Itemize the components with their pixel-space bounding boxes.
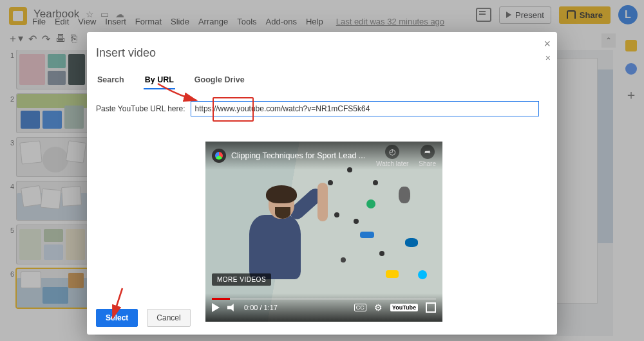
volume-icon[interactable] bbox=[227, 304, 236, 311]
video-time: 0:00 / 1:17 bbox=[244, 304, 278, 311]
youtube-logo[interactable]: YouTube bbox=[390, 304, 418, 311]
share-icon: ➦ bbox=[421, 145, 435, 159]
video-topbar: Clipping Techniques for Sport Lead ... ◴… bbox=[205, 142, 442, 170]
youtube-url-input[interactable] bbox=[191, 101, 539, 116]
dialog-tabs: Search By URL Google Drive bbox=[96, 71, 557, 88]
tab-by-url[interactable]: By URL bbox=[144, 71, 175, 88]
select-button[interactable]: Select bbox=[96, 309, 138, 327]
dialog-title: Insert video bbox=[96, 46, 557, 60]
share-video-button[interactable]: ➦Share bbox=[419, 145, 436, 167]
url-label: Paste YouTube URL here: bbox=[96, 104, 185, 113]
more-videos-pill[interactable]: MORE VIDEOS bbox=[212, 273, 271, 286]
close-icon[interactable]: × bbox=[544, 37, 551, 51]
cancel-button[interactable]: Cancel bbox=[147, 309, 190, 327]
clock-icon: ◴ bbox=[385, 145, 399, 159]
url-row: Paste YouTube URL here: bbox=[96, 101, 557, 116]
play-icon[interactable] bbox=[212, 303, 220, 312]
channel-avatar-icon[interactable] bbox=[212, 149, 226, 163]
settings-icon[interactable]: ⚙ bbox=[374, 302, 383, 313]
video-preview[interactable]: Clipping Techniques for Sport Lead ... ◴… bbox=[205, 142, 442, 322]
fullscreen-icon[interactable] bbox=[426, 302, 436, 313]
watch-later-button[interactable]: ◴Watch later bbox=[376, 145, 408, 167]
close-icon-inner[interactable]: × bbox=[545, 53, 551, 63]
tab-search[interactable]: Search bbox=[96, 71, 126, 88]
video-title[interactable]: Clipping Techniques for Sport Lead ... bbox=[231, 151, 376, 160]
video-controls: 0:00 / 1:17 CC ⚙ YouTube bbox=[205, 293, 442, 322]
dialog-footer: Select Cancel bbox=[96, 309, 191, 327]
watch-later-label: Watch later bbox=[376, 160, 408, 167]
captions-button[interactable]: CC bbox=[354, 304, 366, 311]
share-video-label: Share bbox=[419, 160, 436, 167]
tab-google-drive[interactable]: Google Drive bbox=[193, 71, 246, 88]
insert-video-dialog: × × Insert video Search By URL Google Dr… bbox=[87, 32, 557, 335]
